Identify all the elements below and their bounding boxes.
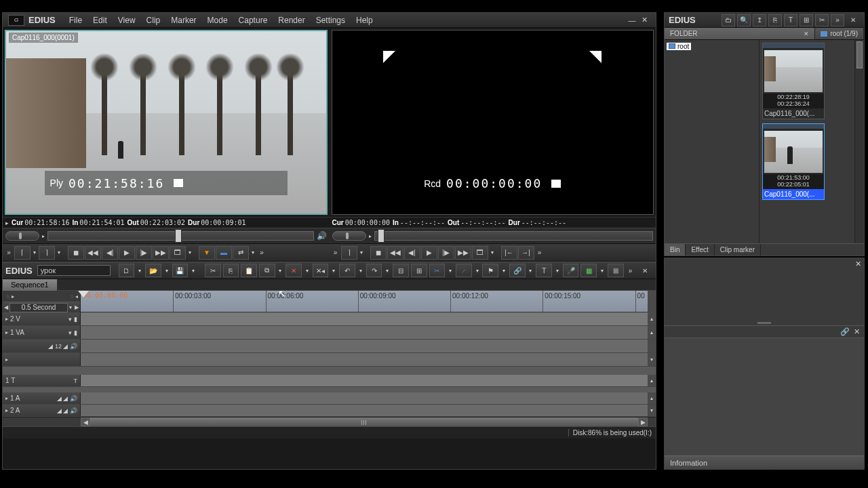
- play-button[interactable]: ▶: [119, 246, 135, 260]
- step-fwd-button[interactable]: |▶: [136, 246, 152, 260]
- track-scroll[interactable]: ▾: [648, 353, 656, 366]
- close-icon[interactable]: ✕: [804, 28, 809, 40]
- root-tab[interactable]: root (1/9): [815, 28, 864, 39]
- stop-button[interactable]: ◼: [68, 246, 84, 260]
- scroll-right-button[interactable]: ▶: [638, 418, 648, 426]
- cut-button[interactable]: ✂: [205, 264, 221, 277]
- new-button[interactable]: 🗋: [119, 264, 135, 277]
- up-icon[interactable]: ↥: [753, 14, 766, 26]
- info-close-button[interactable]: ✕: [855, 260, 861, 268]
- render-button[interactable]: ▦: [580, 264, 597, 277]
- expand-icon[interactable]: »: [331, 246, 340, 260]
- trim-button[interactable]: ⟋: [456, 264, 472, 277]
- fast-fwd-button[interactable]: ▶▶: [455, 246, 471, 260]
- loop-button[interactable]: 🗖: [472, 246, 488, 260]
- clip-card[interactable]: 00:22:28:1900:22:36:24 Cap0116_000(...: [762, 43, 825, 119]
- expand-icon[interactable]: »: [257, 246, 267, 260]
- track-scroll[interactable]: ▴: [648, 375, 656, 386]
- track-lane[interactable]: [81, 340, 648, 352]
- close-button[interactable]: ✕: [638, 15, 650, 26]
- menu-marker[interactable]: Marker: [165, 16, 201, 25]
- loop-button[interactable]: 🗖: [170, 246, 186, 260]
- toggle2-button[interactable]: ⊞: [411, 264, 427, 277]
- zoom-prev[interactable]: ◀: [3, 304, 9, 310]
- track-header[interactable]: ▸2 A◢ ◢ 🔊: [3, 405, 81, 416]
- expand-icon[interactable]: »: [626, 264, 635, 277]
- source-viewport[interactable]: Cap0116_000(0001) Ply 00:21:58:16: [5, 30, 328, 215]
- search-icon[interactable]: 🔍: [737, 14, 751, 26]
- timeline-ruler[interactable]: 00:00:00:00 00:00:03:00 00:00:06:00 00:0…: [81, 291, 648, 312]
- copy-button[interactable]: ⎘: [223, 264, 239, 277]
- speaker-icon[interactable]: 🔊: [317, 231, 327, 241]
- track-header[interactable]: ▸1 VA▾ ▮: [3, 326, 81, 339]
- toggle1-button[interactable]: ⊟: [393, 264, 409, 277]
- overwrite-button[interactable]: ▬: [216, 246, 232, 260]
- redo-button[interactable]: ↷: [366, 264, 382, 277]
- zoom-dd[interactable]: ▾: [68, 304, 73, 310]
- track-header[interactable]: 1 TT: [3, 375, 81, 386]
- link-button[interactable]: 🔗: [509, 264, 526, 277]
- timeline-hscroll[interactable]: ◀ ||| ▶: [3, 417, 656, 426]
- minimize-button[interactable]: —: [626, 15, 638, 26]
- bin-scrollbar[interactable]: [854, 40, 864, 243]
- open-button[interactable]: 📂: [145, 264, 161, 277]
- menu-edit[interactable]: Edit: [87, 16, 113, 25]
- track-lane[interactable]: [81, 375, 648, 386]
- bin-tab[interactable]: Bin: [665, 244, 686, 256]
- timeline-zoom-select[interactable]: 0.5 Second: [9, 303, 68, 312]
- sequence-tab[interactable]: Sequence1: [3, 279, 58, 291]
- seq-close-button[interactable]: ✕: [637, 264, 653, 277]
- sequence-name-input[interactable]: [37, 265, 111, 276]
- cut-icon[interactable]: ✂: [815, 14, 829, 26]
- title-button[interactable]: T: [536, 264, 552, 277]
- play-button[interactable]: ▶: [421, 246, 437, 260]
- replace-button[interactable]: ⇄: [233, 246, 249, 260]
- delete-button[interactable]: ✕: [285, 264, 302, 277]
- menu-mode[interactable]: Mode: [202, 16, 233, 25]
- step-back-button[interactable]: ◀|: [102, 246, 118, 260]
- record-scrubber[interactable]: [374, 231, 654, 241]
- zoom-next[interactable]: ▶: [73, 304, 80, 310]
- resize-handle-icon[interactable]: [757, 322, 771, 324]
- rewind-button[interactable]: ◀◀: [85, 246, 101, 260]
- folder-tab[interactable]: FOLDER✕: [665, 28, 815, 39]
- title-icon[interactable]: T: [784, 14, 797, 26]
- tree-root-item[interactable]: root: [667, 43, 691, 50]
- save-button[interactable]: 💾: [172, 264, 189, 277]
- set-out-button[interactable]: ⌉: [39, 246, 55, 260]
- bin-close-button[interactable]: ✕: [846, 14, 860, 26]
- menu-render[interactable]: Render: [273, 16, 310, 25]
- bin-clips[interactable]: 00:22:28:1900:22:36:24 Cap0116_000(... 0…: [760, 40, 854, 243]
- menu-view[interactable]: View: [113, 16, 141, 25]
- stop-button[interactable]: ◼: [370, 246, 387, 260]
- track-lane[interactable]: [81, 312, 648, 325]
- paste-button[interactable]: 📋: [241, 264, 257, 277]
- track-lane[interactable]: [81, 326, 648, 339]
- ripple-delete-button[interactable]: ✕◂: [313, 264, 329, 277]
- step-fwd-button[interactable]: |▶: [438, 246, 454, 260]
- link-icon[interactable]: 🔗: [840, 327, 850, 336]
- track-lane[interactable]: [81, 392, 648, 404]
- track-lane[interactable]: [81, 353, 648, 366]
- record-viewport[interactable]: Rcd 00:00:00:00: [332, 30, 654, 215]
- track-header[interactable]: ▸2 V▾ ▮: [3, 312, 81, 325]
- insert-button[interactable]: ▼: [199, 246, 215, 260]
- clip-card[interactable]: 00:21:53:0000:22:05:01 Cap0116_000(...: [762, 123, 825, 200]
- layout-button[interactable]: ⊞: [608, 264, 624, 277]
- set-in-button[interactable]: ⌈: [14, 246, 31, 260]
- track-scroll[interactable]: ▴: [648, 312, 656, 325]
- track-lane[interactable]: [81, 405, 648, 416]
- step-back-button[interactable]: ◀|: [404, 246, 420, 260]
- jog-wheel[interactable]: [332, 231, 366, 241]
- scroll-thumb[interactable]: |||: [90, 418, 638, 426]
- information-tab[interactable]: Information: [665, 455, 864, 469]
- expand-icon[interactable]: »: [535, 246, 545, 260]
- source-scrubber[interactable]: [47, 231, 314, 241]
- scroll-left-button[interactable]: ◀: [81, 418, 90, 426]
- menu-settings[interactable]: Settings: [311, 16, 351, 25]
- expand-icon[interactable]: »: [4, 246, 14, 260]
- folder-icon[interactable]: 🗀: [722, 14, 735, 26]
- track-scroll[interactable]: ▴: [648, 326, 656, 339]
- paste-attr-button[interactable]: ⧉: [259, 264, 275, 277]
- menu-capture[interactable]: Capture: [233, 16, 273, 25]
